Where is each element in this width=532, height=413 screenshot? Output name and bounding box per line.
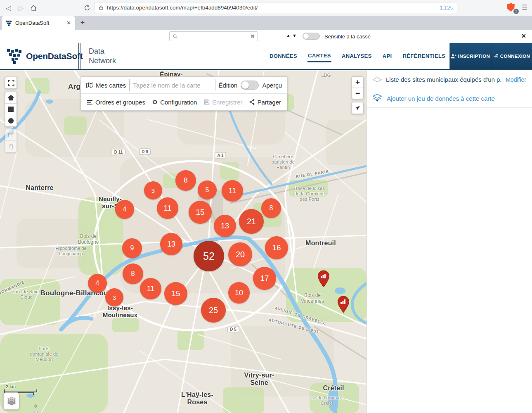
map-name-input[interactable] [129, 79, 215, 91]
ordres-et-groupes-button[interactable]: Ordres et groupes [87, 99, 145, 106]
page-load-timing: 1.12s [440, 5, 453, 11]
geolocate-button[interactable] [352, 102, 364, 114]
share-icon [249, 99, 255, 105]
edition-label: Édition [219, 82, 238, 89]
modifier-link[interactable]: Modifier [506, 76, 526, 83]
toggle-knob [303, 33, 309, 39]
zoom-out-button[interactable]: − [352, 88, 363, 99]
configuration-button[interactable]: ⚙ Configuration [152, 99, 197, 106]
ods-logo[interactable]: OpenDataSoft [7, 48, 83, 64]
layers-icon [7, 396, 17, 406]
find-input-box[interactable]: ✖ [169, 31, 258, 41]
shield-badge: 1 [513, 9, 519, 14]
diamond-icon [373, 77, 382, 83]
map-edit-toolbar: Mes cartes Édition Aperçu Ordres et grou… [81, 76, 287, 111]
find-close-icon[interactable]: ✕ [521, 33, 526, 39]
case-sensitive-toggle[interactable] [303, 33, 320, 40]
groups-icon [87, 100, 93, 104]
back-icon[interactable]: ◁ [2, 2, 15, 14]
home-icon[interactable] [27, 2, 40, 14]
add-dataset-link: Ajouter un jeu de données à cette carte [387, 95, 495, 102]
add-dataset-row[interactable]: Ajouter un jeu de données à cette carte [367, 89, 532, 108]
find-prev-next-icons[interactable]: ▲▼ [286, 33, 298, 38]
signup-button[interactable]: INSCRIPTION [449, 43, 491, 69]
zoom-controls: + − [352, 76, 364, 99]
scale-km-label: 2 km [4, 384, 37, 389]
header-separator [78, 43, 80, 69]
url-text: https://data.opendatasoft.com/map/+efb4a… [107, 5, 258, 11]
favicon [6, 20, 12, 26]
partager-button[interactable]: Partager [249, 99, 281, 106]
brave-shield-icon[interactable]: 1 [507, 2, 516, 12]
user-plus-icon [451, 54, 456, 59]
auth-buttons: INSCRIPTION CONNEXION [449, 43, 532, 69]
find-bar: ✖ ▲▼ Sensible à la casse ✕ [0, 30, 532, 43]
draw-polygon-button[interactable] [5, 92, 17, 103]
reload-icon[interactable] [81, 2, 93, 14]
map-canvas[interactable]: ✈ Épinay-LBGArgSaint-DenisCimetière pari… [0, 70, 366, 413]
login-button[interactable]: CONNEXION [491, 43, 532, 69]
draw-circle-button[interactable] [5, 115, 17, 126]
pin-layer [0, 70, 366, 413]
edit-shape-button[interactable] [5, 129, 17, 140]
delete-shape-button[interactable] [5, 140, 17, 152]
login-icon [493, 54, 499, 59]
edition-apercu-toggle[interactable] [241, 81, 259, 90]
clear-search-icon[interactable]: ✖ [251, 33, 255, 39]
nav-cartes[interactable]: CARTES [307, 50, 331, 62]
enregistrer-button[interactable]: Enregistrer [204, 99, 242, 106]
ods-brand-name: OpenDataSoft [26, 51, 83, 61]
right-sidebar: Liste des sites municipaux équipés d'un … [366, 70, 532, 413]
browser-menu-icon[interactable]: ☰ [522, 3, 527, 11]
tab-title: OpenDataSoft [15, 20, 66, 26]
portal-name: Data Network [89, 47, 116, 66]
fullscreen-button[interactable] [5, 77, 17, 89]
ods-logo-icon [7, 48, 22, 64]
nav-donn-es[interactable]: DONNÉES [269, 50, 298, 62]
case-sensitive-label: Sensible à la casse [324, 33, 371, 40]
map-pin[interactable] [337, 296, 350, 313]
apercu-label: Aperçu [262, 82, 282, 89]
search-icon [173, 34, 178, 39]
gear-icon: ⚙ [152, 99, 158, 105]
dataset-title: Liste des sites municipaux équipés d'un … [386, 76, 501, 83]
nav-analyses[interactable]: ANALYSES [341, 50, 372, 62]
add-layer-icon [373, 94, 383, 103]
tab-close-icon[interactable]: ✕ [66, 20, 71, 26]
ods-header: OpenDataSoft Data Network DONNÉESCARTESA… [0, 43, 532, 70]
layers-button[interactable] [3, 392, 19, 410]
tab-opendatasoft[interactable]: OpenDataSoft ✕ [2, 16, 75, 30]
forward-icon[interactable]: ▷ [15, 2, 27, 14]
nav-r-f-rentiels[interactable]: RÉFÉRENTIELS [402, 50, 446, 62]
nav-api[interactable]: API [382, 50, 392, 62]
draw-rectangle-button[interactable] [5, 103, 17, 115]
toggle-knob [241, 81, 249, 89]
new-tab-button[interactable]: + [78, 18, 87, 28]
url-bar[interactable]: https://data.opendatasoft.com/map/+efb4a… [94, 2, 457, 13]
mes-cartes-button[interactable]: Mes cartes [86, 82, 126, 89]
lock-icon [99, 5, 104, 10]
map-icon [86, 82, 93, 88]
tab-strip: OpenDataSoft ✕ + [0, 16, 532, 30]
map-pin[interactable] [317, 270, 330, 287]
edit-tools [5, 129, 17, 152]
dataset-row: Liste des sites municipaux équipés d'un … [367, 70, 532, 89]
save-icon [204, 99, 210, 105]
find-input[interactable] [178, 33, 251, 40]
zoom-in-button[interactable]: + [352, 77, 363, 88]
draw-tools [5, 92, 17, 127]
